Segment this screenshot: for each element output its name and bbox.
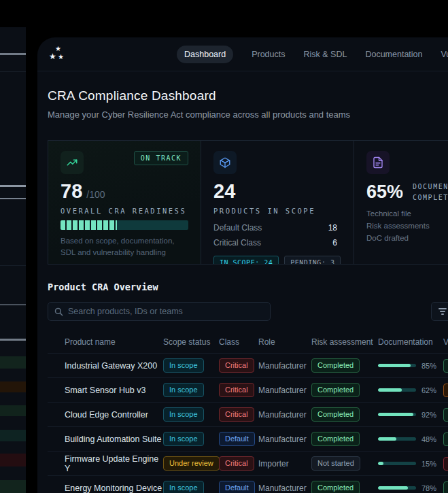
product-name: Cloud Edge Controller bbox=[65, 410, 163, 420]
trending-up-icon bbox=[61, 151, 84, 174]
table-row[interactable]: Energy Monitoring Device In scope Defaul… bbox=[48, 475, 448, 493]
vulnerabilities-badge-fragment bbox=[443, 408, 448, 422]
bg-row-band bbox=[0, 381, 26, 392]
card-products-in-scope: 24 PRODUCTS IN SCOPE Default Class 18 Cr… bbox=[201, 141, 354, 264]
bg-line bbox=[0, 304, 26, 305]
role: Manufacturer bbox=[258, 386, 311, 395]
bg-line bbox=[0, 339, 26, 341]
default-class-row: Default Class 18 bbox=[213, 223, 337, 233]
app-logo-stars-icon[interactable]: ★ ★ ★ bbox=[49, 46, 67, 63]
class-badge: Critical bbox=[219, 456, 254, 471]
product-name: Building Automation Suite bbox=[65, 435, 163, 444]
package-icon bbox=[213, 151, 237, 174]
bg-row-band bbox=[0, 430, 26, 441]
tab-dashboard[interactable]: Dashboard bbox=[177, 46, 233, 63]
product-name: Firmware Update Engine Y bbox=[65, 454, 163, 473]
search-icon bbox=[54, 307, 63, 316]
document-icon bbox=[366, 151, 390, 174]
col-class: Class bbox=[219, 337, 258, 347]
on-track-badge: ON TRACK bbox=[134, 151, 188, 165]
bg-row-band bbox=[0, 356, 26, 369]
vulnerabilities-badge-fragment bbox=[443, 457, 448, 471]
role: Manufacturer bbox=[258, 483, 311, 493]
main-panel: ★ ★ ★ Dashboard Products Risk & SDL Docu… bbox=[37, 37, 448, 493]
col-scope-status: Scope status bbox=[163, 337, 219, 347]
documentation-progress: 92% bbox=[378, 411, 443, 419]
critical-class-row: Critical Class 6 bbox=[213, 238, 337, 248]
risk-assessment-badge: Not started bbox=[311, 456, 360, 471]
doc-item: Risk assessments bbox=[366, 222, 448, 230]
tab-risk-sdl[interactable]: Risk & SDL bbox=[304, 50, 347, 59]
vulnerabilities-badge-fragment bbox=[443, 481, 448, 493]
risk-assessment-badge: Completed bbox=[311, 407, 360, 422]
col-documentation: Documentation bbox=[378, 337, 443, 347]
products-label: PRODUCTS IN SCOPE bbox=[213, 207, 341, 215]
card-overall-readiness: ON TRACK 78 /100 OVERALL CRA READINESS B… bbox=[48, 141, 201, 264]
bg-line bbox=[0, 53, 26, 55]
search-input[interactable] bbox=[68, 307, 264, 316]
table-row[interactable]: Cloud Edge Controller In scope Critical … bbox=[48, 402, 448, 426]
background-window-strip bbox=[0, 27, 26, 493]
stats-cards: ON TRACK 78 /100 OVERALL CRA READINESS B… bbox=[48, 140, 448, 265]
scope-status-badge: In scope bbox=[163, 407, 204, 422]
bg-row-band bbox=[0, 480, 26, 493]
page-subtitle: Manage your Cyber Resilience Act complia… bbox=[48, 109, 438, 120]
doc-item: Technical file bbox=[366, 209, 448, 218]
class-badge: Critical bbox=[219, 407, 254, 422]
table-row[interactable]: Building Automation Suite In scope Defau… bbox=[48, 426, 448, 451]
tab-vulnerabilities[interactable]: Vulnerabilities bbox=[441, 50, 448, 59]
documentation-percent: 65% bbox=[366, 183, 403, 201]
filter-icon bbox=[438, 307, 447, 316]
page-title: CRA Compliance Dashboard bbox=[48, 88, 438, 103]
table-row[interactable]: Industrial Gateway X200 In scope Critica… bbox=[48, 353, 448, 377]
risk-assessment-badge: Completed bbox=[311, 481, 360, 493]
scope-status-badge: In scope bbox=[163, 481, 204, 493]
in-scope-chip: IN SCOPE: 24 bbox=[213, 256, 279, 264]
documentation-progress: 78% bbox=[378, 484, 443, 492]
role: Manufacturer bbox=[258, 435, 311, 444]
documentation-progress: 85% bbox=[378, 362, 443, 370]
tab-documentation[interactable]: Documentation bbox=[365, 50, 422, 59]
tab-products[interactable]: Products bbox=[252, 50, 285, 59]
documentation-progress: 62% bbox=[378, 386, 443, 394]
role: Manufacturer bbox=[258, 410, 311, 420]
nav-tabs: Dashboard Products Risk & SDL Documentat… bbox=[177, 37, 448, 71]
scope-status-badge: In scope bbox=[163, 383, 204, 397]
readiness-progress-bar bbox=[61, 220, 188, 230]
page-body: CRA Compliance Dashboard Manage your Cyb… bbox=[37, 88, 448, 493]
col-role: Role bbox=[258, 337, 311, 347]
bg-row-band bbox=[0, 405, 26, 416]
bg-line bbox=[0, 71, 26, 72]
table-header: Product name Scope status Class Role Ris… bbox=[48, 331, 448, 353]
scope-status-badge: In scope bbox=[163, 432, 204, 446]
scope-status-badge: Under review bbox=[163, 456, 220, 471]
bg-line bbox=[0, 198, 26, 199]
pending-chip: PENDING: 3 bbox=[284, 256, 341, 264]
col-risk-assessment: Risk assessment bbox=[311, 337, 378, 347]
top-nav: ★ ★ ★ Dashboard Products Risk & SDL Docu… bbox=[37, 37, 448, 71]
risk-assessment-badge: Completed bbox=[311, 432, 360, 446]
table-row[interactable]: Smart Sensor Hub v3 In scope Critical Ma… bbox=[48, 377, 448, 402]
readiness-score: 78 bbox=[61, 182, 82, 201]
class-badge: Default bbox=[219, 481, 255, 493]
product-name: Energy Monitoring Device bbox=[65, 483, 163, 493]
screen: ★ ★ ★ Dashboard Products Risk & SDL Docu… bbox=[0, 0, 448, 493]
bg-line bbox=[0, 185, 26, 187]
role: Importer bbox=[258, 459, 311, 469]
search-box bbox=[48, 302, 271, 321]
col-product-name: Product name bbox=[65, 337, 163, 347]
bg-row-band bbox=[0, 454, 26, 466]
documentation-label: DOCUMENTATION COMPLETION bbox=[413, 182, 448, 203]
product-table: Product name Scope status Class Role Ris… bbox=[48, 331, 448, 493]
class-badge: Default bbox=[219, 432, 255, 446]
role: Manufacturer bbox=[258, 361, 311, 371]
class-badge: Critical bbox=[219, 383, 254, 397]
search-row bbox=[48, 302, 438, 321]
vulnerabilities-badge-fragment bbox=[443, 359, 448, 373]
readiness-score-max: /100 bbox=[86, 189, 105, 200]
filter-button[interactable] bbox=[431, 302, 448, 321]
risk-assessment-badge: Completed bbox=[311, 358, 360, 373]
documentation-progress: 48% bbox=[378, 435, 443, 443]
doc-item: DoC drafted bbox=[366, 234, 448, 242]
table-row[interactable]: Firmware Update Engine Y Under review Cr… bbox=[48, 451, 448, 475]
